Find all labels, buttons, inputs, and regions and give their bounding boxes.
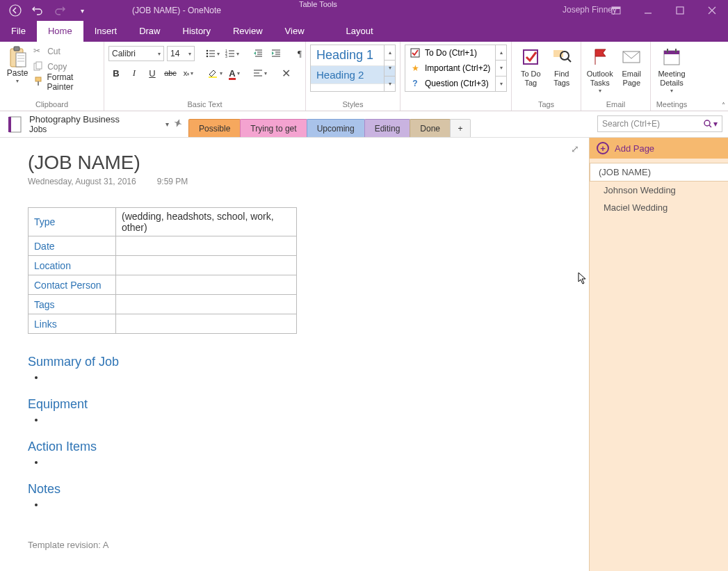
page-title[interactable]: (JOB NAME) — [28, 152, 561, 174]
tags-expand-icon[interactable]: ▾ — [496, 77, 506, 91]
search-icon[interactable]: ▾ — [704, 119, 718, 129]
table-key[interactable]: Contact Person — [29, 275, 116, 295]
tab-insert[interactable]: Insert — [83, 21, 129, 42]
tag-todo[interactable]: To Do (Ctrl+1) — [405, 45, 506, 61]
todo-tag-button[interactable]: To Do Tag — [516, 45, 546, 88]
format-painter-button[interactable]: Format Painter — [33, 75, 99, 89]
tags-scroll-down-icon[interactable]: ▾ — [496, 61, 506, 76]
back-icon[interactable] — [6, 1, 25, 20]
template-revision[interactable]: Template revision: A — [28, 540, 561, 550]
font-family-select[interactable]: Calibri▾ — [108, 46, 164, 61]
find-tags-button[interactable]: Find Tags — [547, 45, 577, 88]
page-list-item[interactable]: (JOB NAME) — [590, 163, 728, 182]
bold-button[interactable]: B — [108, 65, 124, 81]
table-value[interactable] — [116, 236, 297, 256]
list-item[interactable] — [45, 499, 561, 512]
tab-history[interactable]: History — [172, 21, 222, 42]
table-value[interactable] — [116, 256, 297, 275]
section-tab-done[interactable]: Done — [410, 119, 451, 137]
tab-draw[interactable]: Draw — [128, 21, 171, 42]
table-key[interactable]: Links — [29, 314, 116, 334]
minimize-icon[interactable] — [632, 0, 664, 21]
qat-customize-icon[interactable]: ▾ — [72, 1, 92, 20]
notes-list[interactable] — [28, 499, 561, 512]
table-value[interactable] — [116, 295, 297, 314]
italic-button[interactable]: I — [127, 65, 142, 81]
undo-icon[interactable] — [28, 1, 47, 20]
notebook-chevron-icon[interactable]: ▾ — [165, 120, 169, 128]
highlight-button[interactable]: ▾ — [206, 65, 224, 81]
add-page-button[interactable]: + Add Page — [590, 138, 728, 159]
search-input[interactable]: Search (Ctrl+E) ▾ — [597, 115, 722, 132]
table-key[interactable]: Date — [29, 236, 116, 256]
pin-icon[interactable] — [173, 118, 183, 130]
section-tab-trying[interactable]: Trying to get — [240, 119, 307, 137]
styles-scroll-up-icon[interactable]: ▴ — [385, 45, 395, 61]
indent-button[interactable] — [268, 46, 284, 61]
expand-icon[interactable]: ⤢ — [571, 143, 579, 154]
meeting-details-button[interactable]: Meeting Details▾ — [655, 45, 688, 95]
style-heading2[interactable]: Heading 2 — [311, 66, 395, 84]
collapse-ribbon-icon[interactable]: ˄ — [722, 102, 725, 109]
numbering-button[interactable]: 123▾ — [224, 46, 241, 61]
summary-list[interactable] — [28, 372, 561, 385]
tab-file[interactable]: File — [0, 21, 37, 42]
action-list[interactable] — [28, 457, 561, 469]
style-heading1[interactable]: Heading 1 — [311, 45, 395, 66]
ribbon-group-basic-text: Calibri▾ 14▾ ▾ 123▾ ¶ B I U abc x₂▾ ▾ A▾ — [104, 42, 306, 111]
page-list-item[interactable]: Johnson Wedding — [590, 182, 728, 199]
section-tab-editing[interactable]: Editing — [364, 119, 411, 137]
table-key[interactable]: Type — [29, 208, 116, 236]
styles-scroll-down-icon[interactable]: ▾ — [385, 61, 395, 76]
tag-question[interactable]: ?Question (Ctrl+3) — [405, 76, 506, 91]
font-family-value: Calibri — [112, 49, 136, 58]
tab-view[interactable]: View — [274, 21, 316, 42]
heading-summary[interactable]: Summary of Job — [28, 355, 561, 369]
underline-button[interactable]: U — [145, 65, 160, 81]
page-list-item[interactable]: Maciel Wedding — [590, 199, 728, 216]
table-key[interactable]: Location — [29, 256, 116, 275]
clear-formatting-button[interactable]: ✕ — [278, 65, 293, 81]
heading-action[interactable]: Action Items — [28, 440, 561, 454]
font-size-select[interactable]: 14▾ — [167, 46, 195, 61]
table-value[interactable] — [116, 314, 297, 334]
job-info-table[interactable]: Type(wedding, headshots, school, work, o… — [28, 207, 297, 334]
styles-expand-icon[interactable]: ▾ — [385, 77, 395, 91]
strikethrough-button[interactable]: abc — [163, 65, 178, 81]
notebook-picker[interactable]: Photography Business Jobs — [0, 111, 165, 137]
section-tab-possible[interactable]: Possible — [188, 119, 241, 137]
styles-gallery[interactable]: Heading 1 Heading 2 ▴ ▾ ▾ — [310, 45, 396, 92]
bullets-button[interactable]: ▾ — [204, 46, 221, 61]
paste-button[interactable]: Paste ▾ — [4, 45, 31, 84]
list-item[interactable] — [45, 457, 561, 469]
tags-gallery[interactable]: To Do (Ctrl+1) ★Important (Ctrl+2) ?Ques… — [405, 45, 507, 92]
table-value[interactable] — [116, 275, 297, 295]
align-button[interactable]: ▾ — [252, 65, 268, 81]
section-tab-upcoming[interactable]: Upcoming — [307, 119, 365, 137]
page-content[interactable]: ⤢ (JOB NAME) Wednesday, August 31, 2016 … — [0, 138, 589, 571]
font-color-button[interactable]: A▾ — [227, 65, 242, 81]
heading-notes[interactable]: Notes — [28, 482, 561, 497]
tab-review[interactable]: Review — [222, 21, 274, 42]
tags-scroll-up-icon[interactable]: ▴ — [496, 45, 506, 61]
table-row: Date — [29, 236, 297, 256]
maximize-icon[interactable] — [664, 0, 696, 21]
tab-home[interactable]: Home — [37, 21, 83, 42]
table-value[interactable]: (wedding, headshots, school, work, other… — [116, 208, 297, 236]
close-icon[interactable] — [696, 0, 728, 21]
email-page-button[interactable]: Email Page — [617, 45, 647, 88]
ribbon-display-icon[interactable] — [600, 0, 632, 21]
outdent-button[interactable] — [250, 46, 266, 61]
outlook-tasks-button[interactable]: Outlook Tasks▾ — [585, 45, 615, 95]
equipment-list[interactable] — [28, 415, 561, 427]
tag-important[interactable]: ★Important (Ctrl+2) — [405, 61, 506, 76]
heading-equipment[interactable]: Equipment — [28, 397, 561, 412]
subscript-button[interactable]: x₂▾ — [181, 65, 196, 81]
table-key[interactable]: Tags — [29, 295, 116, 314]
list-item[interactable] — [45, 372, 561, 385]
tab-layout[interactable]: Layout — [335, 21, 385, 42]
svg-rect-50 — [8, 117, 11, 132]
paragraph-mark-button[interactable]: ¶ — [292, 46, 307, 61]
list-item[interactable] — [45, 415, 561, 427]
add-section-button[interactable]: + — [450, 119, 471, 137]
